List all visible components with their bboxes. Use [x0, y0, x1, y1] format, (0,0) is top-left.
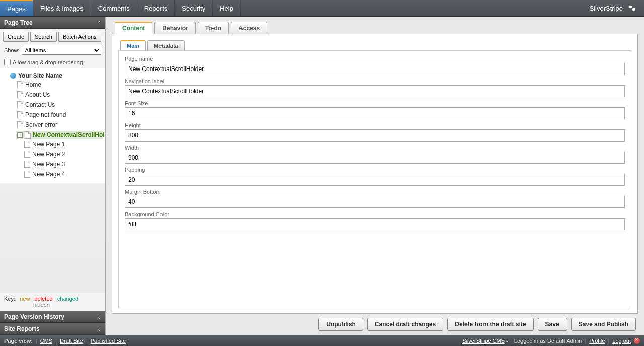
- legend-hidden: hidden: [33, 302, 101, 308]
- legend-deleted: deleted: [35, 296, 53, 302]
- tree-item[interactable]: New Page 3: [23, 160, 103, 168]
- page-icon: [24, 161, 30, 168]
- tree-item[interactable]: Contact Us: [16, 101, 103, 109]
- site-reports-header[interactable]: Site Reports ⌄: [0, 323, 105, 335]
- search-button[interactable]: Search: [30, 32, 57, 42]
- delete-draft-button[interactable]: Delete from the draft site: [447, 318, 533, 331]
- unpublish-button[interactable]: Unpublish: [318, 318, 363, 331]
- create-button[interactable]: Create: [3, 32, 29, 42]
- field-input-height[interactable]: [125, 129, 625, 142]
- field-label: Margin Bottom: [125, 189, 625, 195]
- tree-item-label: New Page 3: [32, 161, 65, 168]
- tree-item-label: Contact Us: [25, 101, 55, 108]
- field-input-navigation-label[interactable]: [125, 85, 625, 97]
- show-select[interactable]: All items: [22, 46, 101, 55]
- page-tree: Your Site Name HomeAbout UsContact UsPag…: [0, 68, 105, 183]
- cancel-draft-button[interactable]: Cancel draft changes: [367, 318, 443, 331]
- dash: -: [505, 338, 514, 344]
- show-label: Show:: [4, 47, 20, 53]
- tree-item[interactable]: Server error: [16, 121, 103, 129]
- subtab-main[interactable]: Main: [120, 40, 146, 51]
- allow-drag-checkbox[interactable]: [4, 59, 11, 65]
- tab-content[interactable]: Content: [115, 22, 152, 34]
- tree-item[interactable]: −New ContextualScrollHolder: [16, 131, 103, 139]
- menu-item-comments[interactable]: Comments: [91, 0, 137, 16]
- page-icon: [24, 141, 30, 148]
- tree-item-label: Server error: [25, 121, 57, 128]
- link-logout[interactable]: Log out: [612, 338, 631, 344]
- tab-access[interactable]: Access: [231, 22, 267, 34]
- status-bar: Page view: | CMS | Draft Site | Publishe…: [0, 335, 644, 346]
- menu-item-pages[interactable]: Pages: [0, 0, 33, 16]
- tree-root-label: Your Site Name: [18, 72, 62, 79]
- field-input-background-color[interactable]: [125, 218, 625, 230]
- top-menu-bar: PagesFiles & ImagesCommentsReportsSecuri…: [0, 0, 644, 17]
- field-input-margin-bottom[interactable]: [125, 196, 625, 208]
- page-icon: [24, 171, 30, 178]
- save-button[interactable]: Save: [538, 318, 567, 331]
- key-legend: Key: new deleted changed hidden: [0, 293, 105, 311]
- allow-drag-label: Allow drag & drop reordering: [13, 59, 83, 65]
- menu-item-reports[interactable]: Reports: [137, 0, 175, 16]
- batch-actions-button[interactable]: Batch Actions: [58, 32, 101, 42]
- silverstripe-logo-icon: [627, 4, 637, 12]
- page-icon: [17, 81, 23, 88]
- page-icon: [17, 111, 23, 118]
- field-label: Padding: [125, 167, 625, 173]
- menu-item-files-images[interactable]: Files & Images: [33, 0, 91, 16]
- brand: SilverStripe: [583, 0, 644, 16]
- field-input-font-size[interactable]: [125, 107, 625, 119]
- globe-icon: [10, 73, 16, 79]
- logged-in-label: Logged in as Default Admin: [514, 338, 582, 344]
- subtab-metadata[interactable]: Metadata: [147, 40, 185, 51]
- logout-icon[interactable]: [634, 338, 640, 344]
- field-input-padding[interactable]: [125, 174, 625, 186]
- tree-item[interactable]: New Page 2: [23, 150, 103, 158]
- tab-to-do[interactable]: To-do: [198, 22, 229, 34]
- field-input-width[interactable]: [125, 152, 625, 164]
- tree-item-label: New Page 2: [32, 151, 65, 158]
- page-icon: [25, 131, 31, 139]
- tree-item-label: New Page 1: [32, 141, 65, 148]
- tree-toggle-icon[interactable]: −: [17, 132, 23, 138]
- tab-panel-content: MainMetadata Page nameNavigation labelFo…: [112, 34, 638, 314]
- page-icon: [24, 151, 30, 158]
- subpanel-main: Page nameNavigation labelFont SizeHeight…: [118, 50, 631, 308]
- tree-item-label: Page not found: [25, 111, 66, 118]
- link-published-site[interactable]: Published Site: [91, 338, 126, 344]
- link-profile[interactable]: Profile: [589, 338, 605, 344]
- menu-item-security[interactable]: Security: [175, 0, 213, 16]
- link-draft-site[interactable]: Draft Site: [60, 338, 83, 344]
- save-publish-button[interactable]: Save and Publish: [571, 318, 636, 331]
- link-cms[interactable]: CMS: [40, 338, 52, 344]
- tree-item[interactable]: Page not found: [16, 111, 103, 119]
- tree-item-label: New Page 4: [32, 171, 65, 178]
- page-view-label: Page view:: [4, 338, 33, 344]
- link-product[interactable]: SilverStripe CMS: [462, 338, 505, 344]
- field-label: Width: [125, 145, 625, 151]
- spacer: [241, 0, 583, 16]
- field-input-page-name[interactable]: [125, 63, 625, 75]
- content-area: ContentBehaviorTo-doAccess MainMetadata …: [106, 17, 644, 335]
- field-label: Font Size: [125, 100, 625, 106]
- expand-icon: ⌄: [97, 326, 101, 332]
- tree-item[interactable]: About Us: [16, 91, 103, 99]
- field-label: Navigation label: [125, 78, 625, 84]
- page-version-history-header[interactable]: Page Version History ⌄: [0, 311, 105, 323]
- tab-behavior[interactable]: Behavior: [154, 22, 195, 34]
- tree-item[interactable]: Home: [16, 81, 103, 89]
- menu-item-help[interactable]: Help: [213, 0, 241, 16]
- page-icon: [17, 91, 23, 98]
- tree-root[interactable]: Your Site Name: [9, 72, 103, 80]
- tree-item-label: New ContextualScrollHolder: [33, 131, 105, 139]
- page-tree-header[interactable]: Page Tree ⌃: [0, 17, 105, 29]
- field-label: Background Color: [125, 211, 625, 217]
- tree-item[interactable]: New Page 1: [23, 140, 103, 148]
- action-bar: Unpublish Cancel draft changes Delete fr…: [112, 314, 638, 333]
- field-label: Height: [125, 122, 625, 128]
- brand-label: SilverStripe: [590, 5, 623, 12]
- tree-item[interactable]: New Page 4: [23, 170, 103, 178]
- sidebar: Page Tree ⌃ Create Search Batch Actions …: [0, 17, 106, 335]
- page-icon: [17, 121, 23, 128]
- expand-icon: ⌄: [97, 314, 101, 320]
